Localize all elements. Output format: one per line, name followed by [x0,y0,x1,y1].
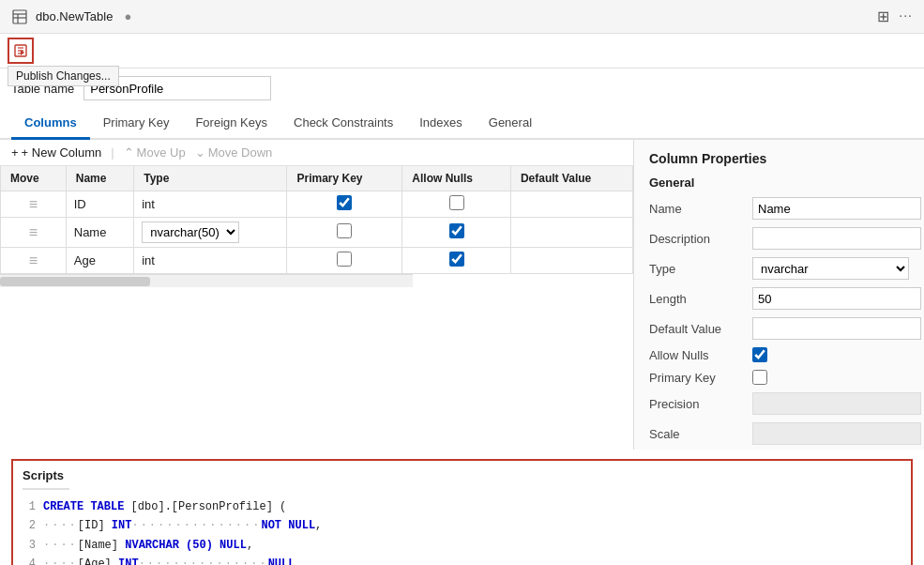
prop-checkbox-primarykey[interactable] [752,370,767,385]
tabs: Columns Primary Key Foreign Keys Check C… [0,108,924,140]
move-handle-age[interactable]: ≡ [1,248,67,274]
prop-input-name[interactable] [752,197,921,220]
publish-button[interactable] [8,38,34,64]
col-type-age: int [134,248,287,274]
tab-columns[interactable]: Columns [11,108,90,140]
col-name-age[interactable]: Age [66,248,133,274]
pk-checkbox-id[interactable] [337,195,352,210]
chevron-up-icon: ⌃ [124,145,134,160]
code-line-3: 3 ····[Name] NVARCHAR (50) NULL, [23,536,901,555]
scripts-title: Scripts [23,468,901,482]
prop-label-precision: Precision [649,397,752,411]
col-default-age[interactable] [510,248,632,274]
prop-row-allownulls: Allow Nulls [649,347,909,362]
move-handle-id[interactable]: ≡ [1,191,67,218]
svg-rect-0 [13,10,26,23]
more-button[interactable]: ··· [899,8,913,25]
new-column-label: + New Column [22,145,102,160]
layout-button[interactable]: ⊞ [877,8,889,25]
table-icon [11,8,28,25]
column-toolbar: + + New Column | ⌃ Move Up ⌄ Move Down [0,140,633,166]
toolbar: Publish Changes... [0,34,924,69]
table-row: ≡ ID int [1,191,633,218]
prop-input-length[interactable] [752,287,921,310]
col-pk-name[interactable] [287,218,402,248]
move-handle-name[interactable]: ≡ [1,218,67,248]
col-name-id[interactable]: ID [66,191,133,218]
tab-general[interactable]: General [476,108,545,140]
nulls-checkbox-id[interactable] [449,195,464,210]
col-default-name[interactable] [510,218,632,248]
col-nulls-id[interactable] [402,191,511,218]
move-down-label: Move Down [208,145,273,160]
prop-label-length: Length [649,292,752,306]
horizontal-scrollbar[interactable] [0,274,413,287]
prop-row-description: Description [649,227,909,250]
prop-label-name: Name [649,202,752,216]
nulls-checkbox-age[interactable] [449,252,464,267]
prop-row-length: Length [649,287,909,310]
pk-checkbox-age[interactable] [337,252,352,267]
col-nulls-name[interactable] [402,218,511,248]
type-select-name[interactable]: nvarchar(50) int varchar(50) [142,221,239,243]
tab-check-constraints[interactable]: Check Constraints [280,108,406,140]
col-type-name: nvarchar(50) int varchar(50) [134,218,287,248]
prop-row-default: Default Value [649,317,909,340]
props-panel-title: Column Properties [649,151,909,166]
prop-label-type: Type [649,262,752,276]
prop-input-default[interactable] [752,317,921,340]
prop-checkbox-allownulls[interactable] [752,347,767,362]
move-down-button[interactable]: ⌄ Move Down [195,145,273,160]
new-column-button[interactable]: + + New Column [11,145,101,160]
main-content: + + New Column | ⌃ Move Up ⌄ Move Down M… [0,140,924,450]
nulls-checkbox-name[interactable] [449,223,464,238]
chevron-down-icon: ⌄ [195,145,205,160]
plus-icon: + [11,145,19,160]
prop-label-description: Description [649,232,752,246]
col-type-id: int [134,191,287,218]
col-default-id[interactable] [510,191,632,218]
prop-select-type[interactable]: nvarchar int varchar bigint bit datetime [752,257,909,280]
code-line-4: 4 ····[Age] INT···············NULL, [23,555,901,565]
tab-foreign-keys[interactable]: Foreign Keys [182,108,280,140]
code-block: 1 CREATE TABLE [dbo].[PersonProfile] ( 2… [23,497,901,565]
prop-label-scale: Scale [649,427,752,441]
table-row: ≡ Name nvarchar(50) int varchar(50) [1,218,633,248]
column-properties-panel: Column Properties General Name Descripti… [633,140,924,450]
col-nulls-age[interactable] [402,248,511,274]
prop-row-type: Type nvarchar int varchar bigint bit dat… [649,257,909,280]
prop-input-description[interactable] [752,227,921,250]
col-header-allownulls: Allow Nulls [402,166,511,191]
prop-row-primarykey: Primary Key [649,370,909,385]
col-pk-age[interactable] [287,248,402,274]
prop-input-precision [752,392,921,415]
code-line-1: 1 CREATE TABLE [dbo].[PersonProfile] ( [23,497,901,516]
window-title: dbo.NewTable [36,9,113,23]
tab-indexes[interactable]: Indexes [406,108,476,140]
pk-checkbox-name[interactable] [337,223,352,238]
prop-row-name: Name [649,197,909,220]
left-panel: + + New Column | ⌃ Move Up ⌄ Move Down M… [0,140,633,450]
publish-btn-wrap: Publish Changes... [8,38,34,64]
prop-row-scale: Scale [649,422,909,445]
columns-table: Move Name Type Primary Key Allow Nulls D… [0,166,633,274]
col-header-defaultvalue: Default Value [510,166,632,191]
tab-primary-key[interactable]: Primary Key [90,108,183,140]
title-bar: dbo.NewTable ● ⊞ ··· [0,0,924,34]
col-header-type: Type [134,166,287,191]
scripts-underline [23,488,69,490]
col-header-primarykey: Primary Key [287,166,402,191]
col-pk-id[interactable] [287,191,402,218]
table-name-row: Table name [0,69,924,108]
move-up-button[interactable]: ⌃ Move Up [124,145,186,160]
table-row: ≡ Age int [1,248,633,274]
code-line-2: 2 ····[ID] INT···············NOT NULL, [23,516,901,535]
col-name-name[interactable]: Name [66,218,133,248]
scripts-area: Scripts 1 CREATE TABLE [dbo].[PersonProf… [11,459,913,565]
prop-label-primarykey: Primary Key [649,371,752,385]
prop-row-precision: Precision [649,392,909,415]
col-header-move: Move [1,166,67,191]
props-section-general: General [649,176,909,190]
col-header-name: Name [66,166,133,191]
unsaved-dot: ● [124,9,131,23]
